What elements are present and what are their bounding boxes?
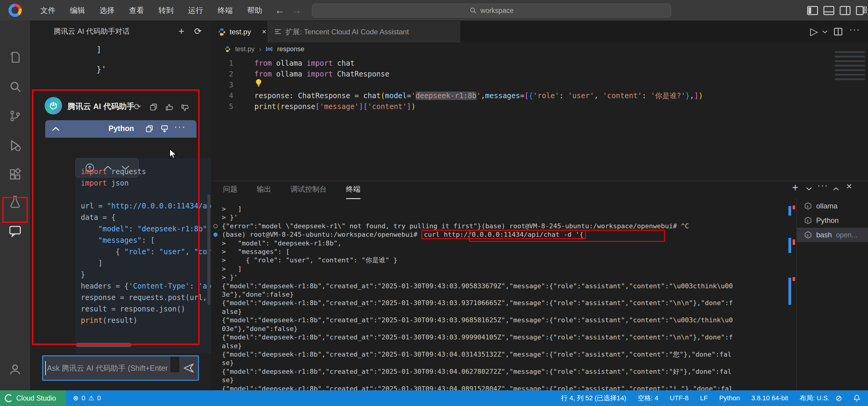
cloud-studio-badge[interactable]: Cloud Studio: [0, 390, 66, 406]
code-token: =: [520, 92, 524, 100]
brand-label: Cloud Studio: [16, 394, 56, 402]
menu-item[interactable]: 编辑: [63, 5, 92, 15]
terminal-line: se}: [213, 359, 787, 367]
status-item[interactable]: Python: [719, 394, 740, 402]
terminal-line: > { "role": "user", "content": "你是谁" }: [213, 256, 787, 265]
panel-tab-3[interactable]: 终端: [346, 184, 361, 199]
toggle-panel-icon[interactable]: [824, 6, 834, 15]
terminal-name: Python: [816, 216, 839, 225]
code-line[interactable]: from ollama import chat: [254, 58, 703, 69]
warning-count: 0: [97, 394, 101, 402]
tab-extension[interactable]: 扩展: Tencent Cloud AI Code Assistant: [267, 21, 460, 42]
ruler-mark: [788, 238, 791, 253]
chat-history-icon[interactable]: ⟳: [194, 26, 202, 36]
run-debug-icon[interactable]: [8, 139, 22, 153]
search-icon: [470, 7, 477, 14]
breadcrumb[interactable]: test.py › response: [211, 42, 868, 56]
code-token: from: [254, 70, 272, 78]
panel-tab-0[interactable]: 问题: [223, 184, 238, 199]
terminal-text: {"model":"deepseek-r1:8b","created_at":"…: [222, 350, 732, 358]
send-icon[interactable]: [183, 362, 195, 374]
breadcrumb-file[interactable]: test.py: [235, 45, 255, 53]
code-token: [: [315, 102, 319, 111]
terminal-text: 03e"},"done":false}: [222, 325, 298, 333]
code-line[interactable]: response: ChatResponse = chat(model='dee…: [254, 90, 703, 101]
nav-forward-icon[interactable]: →: [292, 5, 301, 16]
panel-more-icon[interactable]: ···: [817, 180, 828, 190]
terminal-line: alse}: [213, 307, 787, 316]
menu-item[interactable]: 终端: [210, 5, 240, 15]
panel-tab-2[interactable]: 调试控制台: [290, 184, 327, 199]
terminal-list-item[interactable]: $bashopen...: [797, 228, 868, 242]
command-search-box[interactable]: workspace: [312, 4, 671, 18]
svg-text:$: $: [807, 234, 809, 237]
code-editor[interactable]: 12345 from ollama import chatfrom ollama…: [211, 56, 868, 181]
ai-chat-icon[interactable]: [8, 224, 22, 238]
nav-back-icon[interactable]: ←: [275, 5, 284, 16]
menu-item[interactable]: 文件: [33, 5, 63, 15]
tab-test-py[interactable]: test.py ×: [211, 21, 267, 42]
explorer-icon[interactable]: [8, 50, 22, 64]
lightbulb-icon[interactable]: [255, 78, 262, 87]
customize-layout-icon[interactable]: [856, 6, 867, 15]
run-dropdown-icon[interactable]: [822, 30, 828, 34]
search-sidebar-icon[interactable]: [8, 79, 22, 93]
status-item[interactable]: LF: [700, 394, 708, 402]
terminal-line: > }': [213, 273, 787, 282]
run-file-icon[interactable]: ▷: [810, 25, 818, 37]
code-token: ]: [359, 102, 363, 111]
sidebar-scrollbar[interactable]: [207, 194, 210, 305]
code-token: ChatResponse: [333, 70, 390, 78]
maximize-panel-icon[interactable]: [833, 187, 839, 191]
terminal-text: {"model":"deepseek-r1:8b","created_at":"…: [222, 299, 733, 307]
panel-tabs: 问题输出调试控制台终端: [223, 184, 361, 199]
text-caret: [45, 361, 46, 375]
account-icon[interactable]: [8, 363, 22, 376]
status-item[interactable]: 空格: 4: [638, 394, 658, 403]
code-token: 'message': [320, 102, 359, 111]
line-number: 4: [211, 90, 233, 101]
status-item[interactable]: 布局: U.S.: [800, 394, 830, 403]
code-token: :: [559, 92, 568, 100]
menu-item[interactable]: 转到: [151, 5, 181, 15]
extensions-icon[interactable]: [8, 168, 22, 182]
minimap[interactable]: [835, 51, 865, 83]
menu-item[interactable]: 运行: [181, 5, 210, 15]
status-item[interactable]: 行 4, 列 52 (已选择14): [561, 394, 626, 403]
toggle-secondary-sidebar-icon[interactable]: [840, 6, 850, 15]
split-editor-icon[interactable]: [834, 27, 843, 36]
menu-item[interactable]: 帮助: [240, 5, 270, 15]
status-item[interactable]: UTF-8: [670, 394, 688, 402]
status-item[interactable]: 3.8.10 64-bit: [751, 394, 788, 402]
terminal-output[interactable]: > ]> }'{"error":"model \"deepseek-r1\" n…: [213, 205, 787, 391]
do-not-disturb-icon[interactable]: ⊘: [835, 394, 842, 403]
code-line[interactable]: from ollama import ChatResponse: [254, 69, 703, 79]
warning-count-icon: ⚠: [88, 394, 94, 402]
menu-bar: 文件编辑选择查看转到运行终端帮助: [33, 0, 270, 21]
toggle-sidebar-icon[interactable]: [807, 6, 818, 15]
code-line[interactable]: [254, 79, 703, 90]
new-terminal-icon[interactable]: +: [792, 181, 798, 194]
new-chat-icon[interactable]: +: [179, 25, 184, 37]
code-line[interactable]: print(response['message']['content']): [254, 101, 703, 112]
tab-close-icon[interactable]: ×: [262, 27, 267, 36]
terminal-name: ollama: [816, 202, 838, 210]
code-token: ollama: [272, 59, 307, 67]
line-number: 2: [211, 69, 233, 79]
source-control-icon[interactable]: [8, 109, 22, 123]
terminal-list-item[interactable]: $Python: [797, 213, 868, 228]
terminal-line: (base) root@VM-8-245-ubuntu:/workspace/o…: [213, 230, 787, 239]
terminal-list-item[interactable]: $ollama: [797, 199, 868, 213]
menu-item[interactable]: 查看: [122, 5, 151, 15]
terminal-dropdown-icon[interactable]: [806, 187, 812, 191]
breadcrumb-symbol[interactable]: response: [277, 45, 304, 53]
notifications-bell-icon[interactable]: [853, 394, 861, 402]
problems-summary[interactable]: ⊗ 0 ⚠ 0: [73, 394, 101, 402]
terminal-list: $ollama$Python$bashopen...: [797, 199, 868, 242]
panel-tab-1[interactable]: 输出: [257, 184, 271, 199]
editor-more-icon[interactable]: ···: [849, 24, 860, 34]
menu-item[interactable]: 选择: [92, 5, 122, 15]
annotation-box-chat-card: [32, 90, 199, 345]
tab-label: test.py: [230, 28, 251, 36]
close-panel-icon[interactable]: ×: [846, 181, 852, 192]
